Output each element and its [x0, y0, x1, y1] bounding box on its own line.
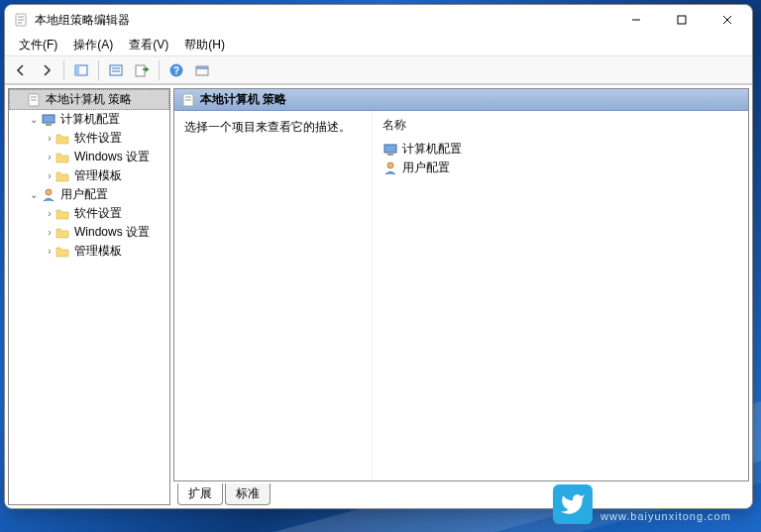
filter-button[interactable]: [190, 58, 214, 82]
collapse-icon[interactable]: ⌄: [27, 114, 41, 125]
detail-header-text: 本地计算机 策略: [200, 91, 286, 108]
user-icon: [382, 160, 398, 176]
toolbar-separator: [98, 60, 99, 80]
window-title: 本地组策略编辑器: [35, 12, 613, 29]
folder-icon: [54, 244, 70, 260]
tree-label: Windows 设置: [74, 224, 150, 241]
tree-user-config[interactable]: ⌄ 用户配置: [9, 185, 169, 204]
tree-computer-config[interactable]: ⌄ 计算机配置: [9, 110, 169, 129]
tree-label: 用户配置: [60, 186, 108, 203]
menubar: 文件(F) 操作(A) 查看(V) 帮助(H): [5, 35, 752, 56]
menu-view[interactable]: 查看(V): [121, 35, 176, 55]
description-text: 选择一个项目来查看它的描述。: [174, 111, 373, 480]
svg-rect-28: [387, 154, 393, 156]
show-hide-tree-button[interactable]: [69, 58, 93, 82]
user-icon: [41, 187, 56, 203]
tree-windows-settings-user[interactable]: › Windows 设置: [9, 223, 169, 242]
computer-icon: [41, 112, 56, 128]
detail-panel: 本地计算机 策略 选择一个项目来查看它的描述。 名称 计算机配置 用户配置: [173, 88, 749, 505]
expand-icon[interactable]: ›: [45, 152, 54, 162]
tree-label: Windows 设置: [74, 149, 150, 165]
minimize-button[interactable]: [613, 5, 659, 35]
tab-standard[interactable]: 标准: [225, 483, 271, 505]
menu-file[interactable]: 文件(F): [11, 35, 65, 55]
detail-header: 本地计算机 策略: [174, 89, 748, 111]
folder-icon: [54, 131, 70, 147]
tree-software-settings-user[interactable]: › 软件设置: [9, 204, 169, 223]
toolbar: ?: [5, 56, 752, 84]
tree-label: 软件设置: [74, 130, 122, 147]
expand-icon[interactable]: ›: [45, 170, 54, 181]
titlebar[interactable]: 本地组策略编辑器: [5, 5, 752, 35]
folder-icon: [54, 225, 70, 241]
tree-label: 软件设置: [74, 205, 122, 222]
folder-icon: [54, 168, 70, 184]
export-button[interactable]: [130, 58, 154, 82]
policy-icon: [180, 92, 196, 108]
watermark-icon: [553, 484, 593, 524]
item-list[interactable]: 名称 计算机配置 用户配置: [373, 111, 748, 480]
svg-text:?: ?: [173, 65, 179, 76]
tree-root[interactable]: 本地计算机 策略: [9, 89, 169, 110]
svg-rect-27: [384, 145, 396, 153]
toolbar-separator: [63, 60, 64, 80]
column-header-name[interactable]: 名称: [373, 115, 748, 140]
computer-icon: [382, 142, 398, 158]
tree-label: 管理模板: [74, 167, 122, 184]
list-item-label: 计算机配置: [402, 141, 462, 158]
svg-rect-5: [678, 16, 686, 24]
list-item-user-config[interactable]: 用户配置: [373, 159, 748, 177]
close-button[interactable]: [705, 5, 750, 35]
collapse-icon[interactable]: ⌄: [27, 189, 41, 200]
svg-rect-9: [75, 65, 79, 75]
maximize-button[interactable]: [659, 5, 705, 35]
tree-software-settings[interactable]: › 软件设置: [9, 129, 169, 148]
expand-icon[interactable]: ›: [45, 246, 54, 257]
tree-label: 本地计算机 策略: [46, 91, 132, 108]
expand-icon[interactable]: ›: [45, 133, 54, 144]
tree-windows-settings[interactable]: › Windows 设置: [9, 148, 169, 166]
watermark-url: www.baiyunxitong.com: [600, 510, 751, 522]
svg-rect-10: [110, 65, 122, 75]
svg-rect-21: [43, 115, 54, 123]
window-frame: 本地组策略编辑器 文件(F) 操作(A) 查看(V) 帮助(H) ? 本地计算机…: [4, 4, 753, 509]
forward-button[interactable]: [35, 58, 58, 82]
tree-label: 管理模板: [74, 243, 122, 260]
list-item-computer-config[interactable]: 计算机配置: [373, 140, 748, 159]
back-button[interactable]: [9, 58, 33, 82]
svg-rect-22: [46, 124, 52, 126]
watermark-title: 白云一键重装系统: [600, 486, 751, 510]
tree-label: 计算机配置: [60, 111, 120, 128]
svg-rect-17: [196, 66, 208, 69]
app-icon: [13, 12, 29, 28]
tree-panel[interactable]: 本地计算机 策略 ⌄ 计算机配置 › 软件设置 › Windows 设置 › 管…: [8, 88, 170, 505]
content-area: 本地计算机 策略 ⌄ 计算机配置 › 软件设置 › Windows 设置 › 管…: [5, 84, 752, 508]
toolbar-separator: [159, 60, 160, 80]
properties-button[interactable]: [104, 58, 128, 82]
tab-extended[interactable]: 扩展: [177, 483, 223, 505]
expand-icon[interactable]: ›: [45, 227, 54, 238]
svg-point-29: [387, 162, 393, 168]
list-item-label: 用户配置: [402, 160, 450, 176]
svg-rect-13: [136, 65, 145, 76]
detail-content: 本地计算机 策略 选择一个项目来查看它的描述。 名称 计算机配置 用户配置: [173, 88, 749, 481]
policy-icon: [26, 92, 42, 108]
menu-action[interactable]: 操作(A): [65, 35, 121, 55]
expand-icon[interactable]: ›: [45, 208, 54, 219]
svg-point-23: [46, 189, 52, 195]
folder-icon: [54, 150, 70, 165]
help-button[interactable]: ?: [164, 58, 188, 82]
menu-help[interactable]: 帮助(H): [176, 35, 233, 55]
tree-admin-templates[interactable]: › 管理模板: [9, 166, 169, 185]
folder-icon: [54, 206, 70, 222]
tree-admin-templates-user[interactable]: › 管理模板: [9, 242, 169, 261]
watermark: 白云一键重装系统 www.baiyunxitong.com: [553, 484, 751, 524]
